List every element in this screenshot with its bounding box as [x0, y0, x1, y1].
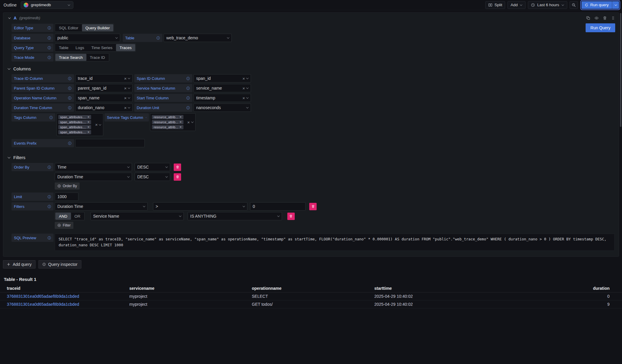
- column-header-starttime[interactable]: starttime: [371, 286, 492, 291]
- remove-chip-icon[interactable]: [87, 115, 89, 119]
- remove-chip-icon[interactable]: [180, 115, 182, 119]
- trace-mode-option-trace-search[interactable]: Trace Search: [55, 54, 86, 61]
- operation-name-column-select[interactable]: span_name: [75, 94, 133, 102]
- info-icon[interactable]: [186, 96, 190, 100]
- limit-input[interactable]: [55, 192, 78, 201]
- scrollbar-thumb[interactable]: [620, 13, 621, 127]
- order-by-direction-select[interactable]: DESC: [135, 163, 170, 171]
- collapse-query-icon[interactable]: [8, 16, 11, 19]
- service-tags-column-multiselect[interactable]: resource_attrib... resource_attrib... re…: [150, 113, 195, 131]
- datasource-picker[interactable]: greptimedb: [21, 1, 73, 9]
- tags-column-multiselect[interactable]: span_attributes.... span_attributes.... …: [57, 113, 103, 136]
- clear-all-icon[interactable]: [95, 122, 98, 127]
- table-select[interactable]: web_trace_demo: [164, 34, 232, 42]
- disable-query-icon[interactable]: [594, 16, 599, 20]
- editor-type-option-query-builder[interactable]: Query Builder: [82, 24, 114, 31]
- duplicate-query-icon[interactable]: [586, 16, 590, 20]
- outline-toggle[interactable]: Outline: [2, 3, 18, 7]
- filter-operator-select[interactable]: >: [153, 202, 247, 211]
- trace-id-link[interactable]: 3768831301ea0d65adaef8b9da1cbded: [7, 294, 79, 299]
- info-icon[interactable]: [186, 86, 190, 90]
- result-panel-title[interactable]: Table - Result 1: [0, 276, 622, 284]
- add-query-button[interactable]: Add query: [3, 260, 36, 268]
- editor-type-option-sql-editor[interactable]: SQL Editor: [55, 24, 82, 31]
- clear-icon[interactable]: [124, 86, 127, 90]
- trace-id-link[interactable]: 3768831301ea0d65adaef8b9da1cbded: [7, 302, 79, 307]
- filter-logic-or[interactable]: OR: [71, 213, 84, 220]
- column-header-servicename[interactable]: servicename: [126, 286, 249, 291]
- service-name-column-select[interactable]: service_name: [194, 84, 251, 92]
- remove-order-by-button[interactable]: [174, 173, 181, 181]
- column-header-duration[interactable]: duration: [492, 286, 622, 291]
- order-by-direction-select[interactable]: DESC: [135, 173, 170, 181]
- duration-time-column-select[interactable]: duration_nano: [75, 103, 133, 112]
- clear-icon[interactable]: [242, 86, 245, 90]
- remove-filter-button[interactable]: [287, 213, 295, 220]
- clear-icon[interactable]: [124, 96, 127, 100]
- info-icon[interactable]: [68, 96, 72, 100]
- query-type-option-traces[interactable]: Traces: [116, 44, 135, 51]
- query-type-option-table[interactable]: Table: [55, 44, 72, 51]
- order-by-field-select[interactable]: Duration Time: [55, 173, 132, 181]
- query-type-option-logs[interactable]: Logs: [72, 44, 88, 51]
- info-icon[interactable]: [156, 36, 160, 40]
- info-icon[interactable]: [186, 77, 190, 80]
- columns-section-toggle[interactable]: Columns: [7, 66, 615, 71]
- info-icon[interactable]: [47, 236, 51, 240]
- clear-icon[interactable]: [124, 106, 127, 110]
- query-type-option-time-series[interactable]: Time Series: [88, 44, 116, 51]
- add-filter-button[interactable]: Filter: [55, 222, 73, 229]
- filter-field-select[interactable]: Duration Time: [55, 202, 148, 211]
- drag-handle-icon[interactable]: [611, 16, 615, 20]
- info-icon[interactable]: [68, 106, 72, 110]
- clear-icon[interactable]: [124, 76, 127, 81]
- remove-chip-icon[interactable]: [180, 120, 182, 124]
- info-icon[interactable]: [186, 106, 190, 110]
- start-time-column-select[interactable]: timestamp: [194, 94, 251, 102]
- info-icon[interactable]: [47, 56, 51, 59]
- query-inspector-button[interactable]: Query inspector: [38, 260, 81, 268]
- order-by-field-select[interactable]: Time: [55, 163, 132, 171]
- run-query-button[interactable]: Run query: [581, 1, 612, 9]
- info-icon[interactable]: [146, 116, 146, 119]
- clear-all-icon[interactable]: [187, 120, 190, 124]
- filter-logic-and[interactable]: AND: [55, 213, 71, 220]
- duration-unit-select[interactable]: nanoseconds: [194, 103, 251, 112]
- info-icon[interactable]: [47, 36, 51, 40]
- database-select[interactable]: public: [55, 34, 120, 42]
- info-icon[interactable]: [68, 86, 72, 90]
- split-button[interactable]: Split: [485, 1, 505, 9]
- time-range-picker[interactable]: Last 6 hours: [528, 1, 567, 9]
- info-icon[interactable]: [47, 26, 51, 30]
- remove-chip-icon[interactable]: [87, 130, 89, 134]
- events-prefix-input[interactable]: [75, 139, 145, 147]
- filter-operator-select[interactable]: IS ANYTHING: [188, 212, 282, 220]
- zoom-out-time-button[interactable]: [570, 1, 578, 9]
- span-id-column-select[interactable]: span_id: [194, 74, 251, 82]
- trace-id-column-select[interactable]: trace_id: [75, 74, 133, 82]
- run-query-panel-button[interactable]: Run Query: [586, 23, 615, 32]
- filter-value-input[interactable]: [250, 202, 306, 211]
- clear-icon[interactable]: [242, 96, 245, 100]
- info-icon[interactable]: [49, 116, 53, 119]
- remove-chip-icon[interactable]: [87, 120, 89, 124]
- filters-section-toggle[interactable]: Filters: [7, 155, 615, 160]
- add-order-by-button[interactable]: Order By: [55, 182, 80, 190]
- remove-chip-icon[interactable]: [87, 125, 89, 129]
- info-icon[interactable]: [47, 195, 51, 199]
- info-icon[interactable]: [47, 165, 51, 169]
- remove-query-icon[interactable]: [603, 16, 607, 20]
- info-icon[interactable]: [68, 141, 72, 145]
- filter-field-select[interactable]: Service Name: [91, 212, 184, 220]
- column-header-traceid[interactable]: traceid: [4, 286, 126, 291]
- add-dropdown-button[interactable]: Add: [507, 1, 526, 9]
- column-header-operationname[interactable]: operationname: [249, 286, 371, 291]
- trace-mode-option-trace-id[interactable]: Trace ID: [86, 54, 109, 61]
- info-icon[interactable]: [68, 77, 72, 80]
- remove-filter-button[interactable]: [309, 203, 317, 210]
- run-query-interval-dropdown[interactable]: [612, 1, 619, 9]
- info-icon[interactable]: [47, 205, 51, 208]
- remove-chip-icon[interactable]: [180, 125, 182, 129]
- remove-order-by-button[interactable]: [174, 164, 181, 171]
- parent-span-id-column-select[interactable]: parent_span_id: [75, 84, 133, 92]
